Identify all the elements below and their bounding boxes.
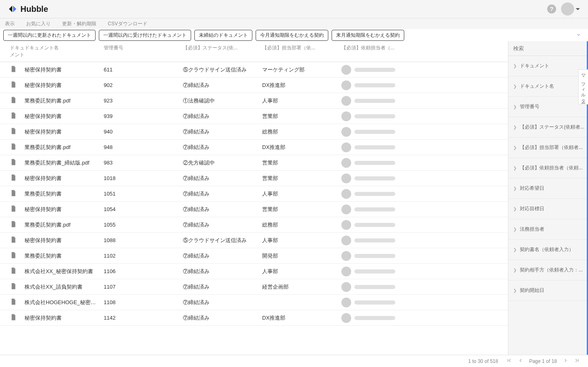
table-row[interactable]: 秘密保持契約書940⑦締結済み総務部 [0,124,508,140]
table-row[interactable]: 秘密保持契約書1054⑦締結済み営業部 [0,202,508,217]
column-header-dept[interactable]: 【必須】担当部署（依... [262,44,341,58]
filter-item[interactable]: ❯契約相手方（依頼者入力：... [508,260,587,280]
assignee-avatar-icon [341,127,351,137]
document-icon [10,205,17,212]
cell-mgmt: 940 [104,129,183,135]
filter-search-box [508,41,587,56]
cell-mgmt: 983 [104,160,183,166]
filter-item-label: 契約開始日 [520,287,544,294]
table-row[interactable]: 業務委託契約書1051⑦締結済み人事部 [0,186,508,202]
assignee-avatar-icon [341,65,351,75]
assignee-name-placeholder [354,316,395,320]
filter-item-label: 法務担当者 [520,226,544,233]
filter-item[interactable]: ❯【必須】ステータス(依頼者... [508,117,587,138]
table-row[interactable]: 秘密保持契約書611⑤クラウドサイン送信済みマーケティング部 [0,62,508,78]
cell-assignee [341,158,415,168]
nav-tabs: 表示 お気に入り 更新・解約期限 CSVダウンロード [0,18,588,29]
table-body: 秘密保持契約書611⑤クラウドサイン送信済みマーケティング部秘密保持契約書902… [0,62,508,355]
table-row[interactable]: 秘密保持契約書902⑦締結済みDX推進部 [0,78,508,93]
table-row[interactable]: 業務委託契約書.pdf948⑦締結済みDX推進部 [0,140,508,155]
table-header-row: ドキュメント ドキュメント名 管理番号 【必須】ステータス(依... 【必須】担… [0,41,508,62]
column-header-doc[interactable]: ドキュメント [0,44,24,58]
nav-tab-display[interactable]: 表示 [5,20,15,27]
avatar-icon [561,2,574,16]
filter-item[interactable]: ❯対応目標日 [508,199,587,219]
table-row[interactable]: 業務委託契約書1102⑦締結済み開発部 [0,248,508,264]
column-header-mgmt[interactable]: 管理番号 [104,44,183,58]
cell-status: ⑦締結済み [183,190,262,198]
user-menu[interactable] [561,2,580,16]
chip-unsigned[interactable]: 未締結のドキュメント [194,30,252,41]
column-header-assignee[interactable]: 【必須】依頼担当者（... [341,44,415,58]
table-row[interactable]: 秘密保持契約書1088⑤クラウドサイン送信済み人事部 [0,233,508,248]
cell-name: 秘密保持契約書 [24,113,104,120]
chip-updated-week[interactable]: 一週間以内に更新されたドキュメント [3,30,96,41]
cell-mgmt: 1018 [104,175,183,181]
filter-item[interactable]: ❯契約開始日 [508,280,587,301]
cell-name: 株式会社XX_請負契約書 [24,283,104,291]
cell-dept: マーケティング部 [262,66,341,73]
chevron-right-icon: ❯ [513,186,517,191]
chip-this-month[interactable]: 今月通知期限をむかえる契約 [256,30,328,41]
chip-received-week[interactable]: 一週間以内に受け付けたドキュメント [99,30,191,41]
filter-item-label: ドキュメント名 [520,83,554,90]
table-row[interactable]: 株式会社XX_秘密保持契約書1106⑦締結済み人事部 [0,264,508,279]
document-icon [10,65,17,73]
assignee-avatar-icon [341,220,351,230]
assignee-avatar-icon [341,142,351,152]
table-row[interactable]: 株式会社XX_請負契約書1107⑦締結済み経営企画部 [0,279,508,295]
filter-item[interactable]: ❯対応希望日 [508,178,587,199]
document-icon [10,96,17,104]
table-row[interactable]: 秘密保持契約書939⑦締結済み営業部 [0,109,508,124]
cell-mgmt: 1051 [104,191,183,197]
page-last-icon[interactable] [574,358,580,365]
table-row[interactable]: 秘密保持契約書1018⑦締結済み営業部 [0,171,508,186]
cell-assignee [341,111,415,121]
assignee-name-placeholder [354,83,395,87]
assignee-name-placeholder [354,145,395,149]
nav-tab-favorite[interactable]: お気に入り [26,20,51,27]
nav-tab-renewal[interactable]: 更新・解約期限 [62,20,96,27]
chevron-right-icon: ❯ [513,247,517,252]
filter-item[interactable]: ❯ドキュメント名 [508,76,587,97]
document-icon [10,81,17,88]
filter-item[interactable]: ❯【必須】担当部署（依頼者... [508,138,587,158]
chevron-right-icon: ❯ [513,166,517,170]
cell-assignee [341,282,415,292]
page-prev-icon[interactable] [518,358,523,365]
filter-item[interactable]: ❯法務担当者 [508,219,587,240]
page-first-icon[interactable] [506,358,512,365]
column-header-name[interactable]: ドキュメント名 [24,44,104,58]
table-row[interactable]: 秘密保持契約書1142⑦締結済みDX推進部 [0,310,508,326]
table-row[interactable]: 業務委託契約書_締結版.pdf983②先方確認中営業部 [0,155,508,171]
filter-item[interactable]: ❯管理番号 [508,97,587,117]
cell-assignee [341,142,415,152]
help-icon[interactable]: ? [547,4,556,13]
cell-dept: DX推進部 [262,314,341,322]
cell-name: 秘密保持契約書 [24,128,104,136]
table-row[interactable]: 業務委託契約書.pdf923①法務確認中人事部 [0,93,508,109]
filter-item[interactable]: ❯【必須】依頼担当者（依頼... [508,158,587,178]
table-row[interactable]: 業務委託契約書.pdf1055⑦締結済み総務部 [0,217,508,233]
cell-name: 秘密保持契約書 [24,314,104,322]
assignee-name-placeholder [354,176,395,180]
filter-item[interactable]: ❯ドキュメント [508,56,587,76]
cell-dept: 開発部 [262,252,341,260]
chip-next-month[interactable]: 来月通知期限をむかえる契約 [332,30,404,41]
cell-dept: DX推進部 [262,82,341,89]
cell-status: ①法務確認中 [183,97,262,105]
chevron-right-icon: ❯ [513,125,517,129]
column-header-status[interactable]: 【必須】ステータス(依... [183,44,262,58]
page-next-icon[interactable] [563,358,568,365]
cell-status: ⑦締結済み [183,268,262,275]
filter-item[interactable]: ❯契約書名（依頼者入力） [508,240,587,260]
logo[interactable]: Hubble [8,4,48,14]
nav-tab-csv[interactable]: CSVダウンロード [108,20,147,27]
cell-status: ⑦締結済み [183,299,262,306]
chips-expand-icon[interactable] [576,32,581,39]
assignee-avatar-icon [341,313,351,323]
table-row[interactable]: 株式会社HOGEHOGE_秘密保持1108⑦締結済み [0,295,508,310]
document-table: ドキュメント ドキュメント名 管理番号 【必須】ステータス(依... 【必須】担… [0,41,508,355]
filter-tab-vertical[interactable]: フィルター [578,69,588,105]
filter-search-input[interactable] [513,45,582,51]
